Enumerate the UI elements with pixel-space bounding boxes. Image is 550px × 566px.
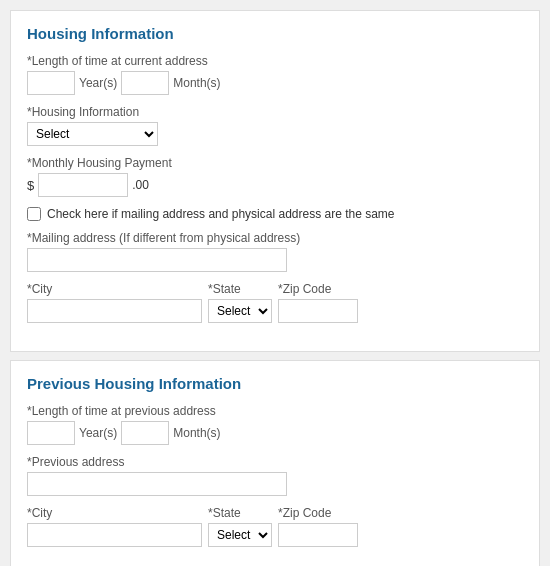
previous-address-label: *Previous address — [27, 455, 523, 469]
zip-label: *Zip Code — [278, 282, 358, 296]
prev-city-label: *City — [27, 506, 202, 520]
years-label: Year(s) — [79, 76, 117, 90]
previous-months-input[interactable] — [121, 421, 169, 445]
state-group: *State Select ALAK AZAR CACO CTFL GANY T… — [208, 282, 272, 323]
city-label: *City — [27, 282, 202, 296]
prev-months-label: Month(s) — [173, 426, 220, 440]
current-months-input[interactable] — [121, 71, 169, 95]
mailing-address-label: *Mailing address (If different from phys… — [27, 231, 523, 245]
housing-section: Housing Information *Length of time at c… — [10, 10, 540, 352]
previous-address-input[interactable] — [27, 472, 287, 496]
page-wrapper: Housing Information *Length of time at c… — [0, 0, 550, 566]
currency-symbol: $ — [27, 178, 34, 193]
prev-zip-input[interactable] — [278, 523, 358, 547]
zip-input[interactable] — [278, 299, 358, 323]
monthly-payment-label: *Monthly Housing Payment — [27, 156, 523, 170]
prev-state-zip-group: *State Select ALAK AZAR CACO CTFL GANY T… — [208, 506, 358, 547]
prev-city-state-zip-row: *City *State Select ALAK AZAR CACO CTFL … — [27, 506, 523, 547]
monthly-payment-input[interactable] — [38, 173, 128, 197]
months-label: Month(s) — [173, 76, 220, 90]
prev-years-label: Year(s) — [79, 426, 117, 440]
housing-info-row: *Housing Information Select Own Rent Liv… — [27, 105, 523, 146]
prev-state-label: *State — [208, 506, 272, 520]
prev-zip-group: *Zip Code — [278, 506, 358, 547]
housing-info-select[interactable]: Select Own Rent Living with Parents Othe… — [27, 122, 158, 146]
previous-length-label: *Length of time at previous address — [27, 404, 523, 418]
cents-label: .00 — [132, 178, 149, 192]
city-input[interactable] — [27, 299, 202, 323]
prev-state-select[interactable]: Select ALAK AZAR CACO CTFL GANY TX — [208, 523, 272, 547]
state-zip-group: *State Select ALAK AZAR CACO CTFL GANY T… — [208, 282, 358, 323]
previous-housing-section: Previous Housing Information *Length of … — [10, 360, 540, 566]
prev-zip-label: *Zip Code — [278, 506, 358, 520]
prev-state-group: *State Select ALAK AZAR CACO CTFL GANY T… — [208, 506, 272, 547]
city-state-zip-inputs: *City *State Select ALAK AZAR CACO CTFL … — [27, 282, 523, 323]
prev-city-input[interactable] — [27, 523, 202, 547]
prev-city-group: *City — [27, 506, 202, 547]
current-years-input[interactable] — [27, 71, 75, 95]
mailing-address-row: *Mailing address (If different from phys… — [27, 231, 523, 272]
previous-section-title: Previous Housing Information — [27, 375, 523, 392]
city-state-zip-row: *City *State Select ALAK AZAR CACO CTFL … — [27, 282, 523, 323]
city-group: *City — [27, 282, 202, 323]
housing-info-label: *Housing Information — [27, 105, 523, 119]
housing-section-title: Housing Information — [27, 25, 523, 42]
same-address-label: Check here if mailing address and physic… — [47, 207, 395, 221]
current-length-inputs: Year(s) Month(s) — [27, 71, 523, 95]
currency-input-row: $ .00 — [27, 173, 523, 197]
current-address-length-row: *Length of time at current address Year(… — [27, 54, 523, 95]
zip-group: *Zip Code — [278, 282, 358, 323]
prev-city-state-zip-inputs: *City *State Select ALAK AZAR CACO CTFL … — [27, 506, 523, 547]
current-length-label: *Length of time at current address — [27, 54, 523, 68]
state-label: *State — [208, 282, 272, 296]
same-address-checkbox[interactable] — [27, 207, 41, 221]
state-select[interactable]: Select ALAK AZAR CACO CTFL GANY TX — [208, 299, 272, 323]
previous-address-row: *Previous address — [27, 455, 523, 496]
previous-address-length-row: *Length of time at previous address Year… — [27, 404, 523, 445]
previous-length-inputs: Year(s) Month(s) — [27, 421, 523, 445]
same-address-checkbox-row: Check here if mailing address and physic… — [27, 207, 523, 221]
monthly-payment-row: *Monthly Housing Payment $ .00 — [27, 156, 523, 197]
mailing-address-input[interactable] — [27, 248, 287, 272]
previous-years-input[interactable] — [27, 421, 75, 445]
